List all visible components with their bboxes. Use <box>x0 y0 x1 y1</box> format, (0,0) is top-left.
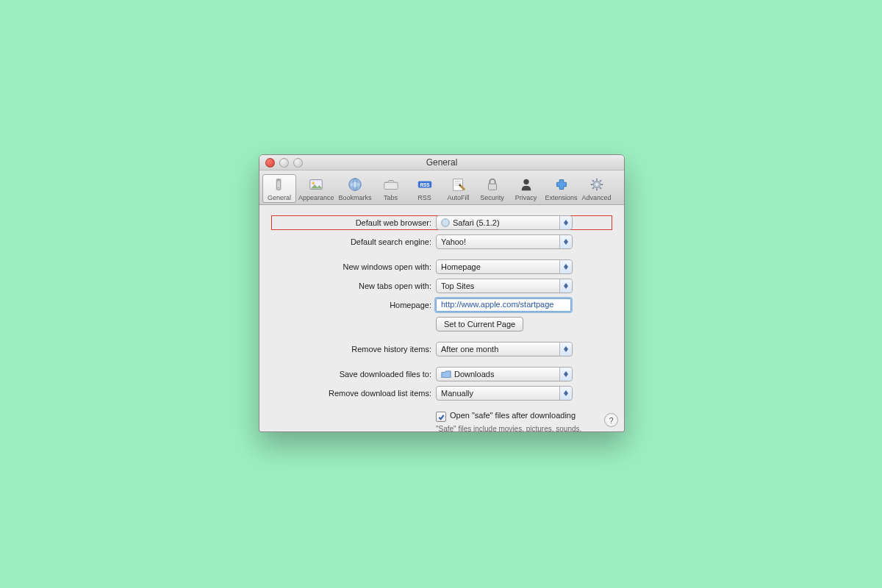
toolbar-tab-appearance[interactable]: Appearance <box>296 174 337 203</box>
homepage-field[interactable] <box>436 298 571 312</box>
popup-arrows-icon <box>559 216 572 229</box>
homepage-row: Homepage: <box>271 298 612 312</box>
toolbar-tab-bookmarks[interactable]: Bookmarks <box>337 174 374 203</box>
new-tabs-label: New tabs open with: <box>271 282 436 290</box>
set-current-page-row: Set to Current Page <box>271 317 612 331</box>
toolbar-label: Advanced <box>582 194 612 201</box>
remove-history-label: Remove history items: <box>271 345 436 354</box>
toolbar-label: RSS <box>417 194 431 201</box>
extensions-icon <box>552 176 571 193</box>
svg-point-15 <box>442 219 450 227</box>
new-tabs-row: New tabs open with: Top Sites <box>271 279 612 293</box>
toolbar-label: AutoFill <box>448 194 470 201</box>
default-browser-value: Safari (5.1.2) <box>453 218 500 227</box>
general-icon <box>270 176 289 193</box>
svg-point-14 <box>595 183 598 186</box>
remove-downloads-row: Remove download list items: Manually <box>271 386 612 401</box>
homepage-input[interactable] <box>440 299 570 309</box>
advanced-icon <box>587 176 606 193</box>
new-windows-row: New windows open with: Homepage <box>271 259 612 274</box>
tabs-icon <box>381 176 401 193</box>
folder-icon <box>441 370 451 379</box>
popup-arrows-icon <box>559 387 572 400</box>
remove-downloads-label: Remove download list items: <box>271 389 436 398</box>
help-icon: ? <box>609 416 613 425</box>
toolbar-tab-rss[interactable]: RSS RSS <box>408 174 442 203</box>
save-downloads-popup[interactable]: Downloads <box>436 367 573 381</box>
set-to-current-page-button[interactable]: Set to Current Page <box>436 317 523 331</box>
popup-arrows-icon <box>559 260 572 273</box>
remove-downloads-value: Manually <box>441 389 473 398</box>
default-search-label: Default search engine: <box>271 237 436 246</box>
svg-point-12 <box>523 179 528 184</box>
popup-arrows-icon <box>559 343 572 356</box>
new-tabs-value: Top Sites <box>441 282 474 290</box>
remove-history-popup[interactable]: After one month <box>436 342 573 356</box>
help-button[interactable]: ? <box>604 413 618 427</box>
popup-arrows-icon <box>559 279 572 293</box>
new-tabs-popup[interactable]: Top Sites <box>436 279 573 293</box>
toolbar-tab-general[interactable]: General <box>262 174 296 203</box>
svg-text:RSS: RSS <box>420 182 430 187</box>
new-windows-label: New windows open with: <box>271 262 436 271</box>
zoom-window-button[interactable] <box>293 158 303 168</box>
window-title: General <box>259 157 624 168</box>
new-windows-value: Homepage <box>441 262 481 271</box>
svg-rect-11 <box>488 184 496 190</box>
svg-rect-1 <box>276 179 281 182</box>
open-safe-row: Open "safe" files after downloading "Saf… <box>271 411 612 432</box>
close-window-button[interactable] <box>265 158 275 168</box>
save-downloads-value: Downloads <box>454 370 494 379</box>
minimize-window-button[interactable] <box>279 158 289 168</box>
remove-history-value: After one month <box>441 345 498 354</box>
toolbar-label: Privacy <box>515 194 537 201</box>
svg-rect-7 <box>384 182 397 189</box>
remove-history-row: Remove history items: After one month <box>271 342 612 356</box>
toolbar-label: General <box>268 194 291 201</box>
save-downloads-row: Save downloaded files to: Downloads <box>271 367 612 381</box>
preferences-window: General General Appearance Bookmarks <box>259 154 625 432</box>
default-browser-label: Default web browser: <box>271 218 436 227</box>
new-windows-popup[interactable]: Homepage <box>436 259 573 274</box>
toolbar-label: Bookmarks <box>339 194 372 201</box>
popup-arrows-icon <box>559 235 572 248</box>
safari-icon <box>441 218 450 227</box>
toolbar-label: Tabs <box>384 194 398 201</box>
general-pane: Default web browser: Safari (5.1.2) Defa… <box>259 205 624 432</box>
open-safe-label: Open "safe" files after downloading <box>450 411 576 420</box>
traffic-lights <box>265 158 303 168</box>
autofill-icon <box>449 176 468 193</box>
default-browser-popup[interactable]: Safari (5.1.2) <box>436 215 573 230</box>
bookmarks-icon <box>345 176 365 193</box>
toolbar-label: Extensions <box>545 194 578 201</box>
homepage-label: Homepage: <box>271 301 436 309</box>
toolbar-tab-advanced[interactable]: Advanced <box>580 174 614 203</box>
rss-icon: RSS <box>415 176 434 193</box>
appearance-icon <box>306 176 326 193</box>
titlebar: General <box>259 155 624 171</box>
svg-point-4 <box>312 182 315 184</box>
toolbar-label: Appearance <box>298 194 334 201</box>
default-search-row: Default search engine: Yahoo! <box>271 234 612 249</box>
security-icon <box>483 176 502 193</box>
default-browser-row: Default web browser: Safari (5.1.2) <box>271 215 612 230</box>
open-safe-hint: "Safe" files include movies, pictures, s… <box>436 424 583 432</box>
toolbar-label: Security <box>480 194 504 201</box>
open-safe-checkbox[interactable] <box>436 412 446 422</box>
default-search-popup[interactable]: Yahoo! <box>436 234 573 249</box>
toolbar-tab-extensions[interactable]: Extensions <box>543 174 580 203</box>
toolbar-tab-autofill[interactable]: AutoFill <box>442 174 476 203</box>
remove-downloads-popup[interactable]: Manually <box>436 386 573 401</box>
save-downloads-label: Save downloaded files to: <box>271 370 436 379</box>
popup-arrows-icon <box>559 368 572 381</box>
toolbar-tab-privacy[interactable]: Privacy <box>509 174 543 203</box>
default-search-value: Yahoo! <box>441 237 466 246</box>
preferences-toolbar: General Appearance Bookmarks Tabs RSS RS… <box>259 171 624 205</box>
set-to-current-page-label: Set to Current Page <box>444 320 515 329</box>
svg-point-2 <box>278 187 279 189</box>
privacy-icon <box>517 176 536 193</box>
toolbar-tab-security[interactable]: Security <box>476 174 509 203</box>
toolbar-tab-tabs[interactable]: Tabs <box>374 174 408 203</box>
